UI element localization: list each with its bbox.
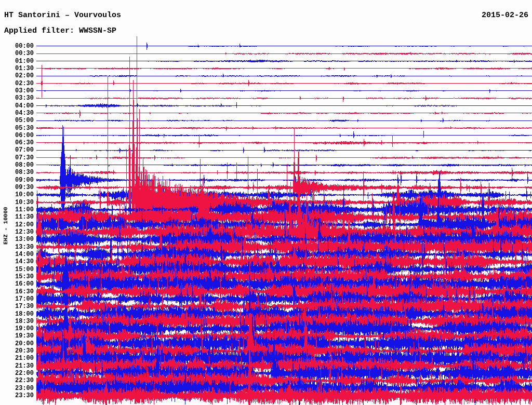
- station-title: HT Santorini – Vourvoulos: [4, 11, 121, 20]
- time-label: 06:30: [3, 140, 34, 146]
- time-label: 11:30: [3, 214, 34, 220]
- time-label: 05:00: [3, 117, 34, 124]
- time-label: 19:00: [3, 326, 34, 332]
- time-label: 03:00: [3, 88, 34, 94]
- time-label: 18:30: [3, 318, 34, 325]
- time-label: 15:30: [3, 274, 34, 280]
- time-label: 08:00: [3, 162, 34, 168]
- time-label: 19:30: [3, 333, 34, 339]
- time-label: 01:00: [3, 58, 34, 64]
- time-label: 20:30: [3, 348, 34, 354]
- time-label: 02:00: [3, 73, 34, 79]
- time-label: 07:00: [3, 147, 34, 153]
- time-label: 14:00: [3, 251, 34, 258]
- time-label: 10:00: [3, 192, 34, 198]
- time-label: 20:00: [3, 341, 34, 347]
- time-label: 04:00: [3, 103, 34, 109]
- time-label: 18:00: [3, 311, 34, 317]
- time-label: 12:30: [3, 229, 34, 235]
- time-label: 00:00: [3, 43, 34, 49]
- helicorder-screen: HT Santorini – Vourvoulos 2015-02-26 App…: [0, 0, 532, 405]
- helicorder-canvas: [0, 0, 532, 405]
- time-label: 15:00: [3, 266, 34, 273]
- time-label: 05:30: [3, 125, 34, 131]
- time-label: 23:00: [3, 385, 34, 392]
- time-label: 09:30: [3, 184, 34, 191]
- time-label: 23:30: [3, 393, 34, 399]
- time-label: 13:00: [3, 236, 34, 242]
- time-label: 12:00: [3, 222, 34, 228]
- time-label: 09:00: [3, 177, 34, 183]
- time-label: 04:30: [3, 110, 34, 116]
- time-label: 10:30: [3, 199, 34, 206]
- time-label: 01:30: [3, 65, 34, 72]
- time-label: 22:30: [3, 377, 34, 384]
- time-label: 02:30: [3, 80, 34, 87]
- time-label: 06:00: [3, 132, 34, 139]
- time-label: 14:30: [3, 259, 34, 265]
- time-label: 13:30: [3, 244, 34, 250]
- time-label: 03:30: [3, 95, 34, 101]
- record-date: 2015-02-26: [482, 11, 528, 20]
- time-label: 21:30: [3, 363, 34, 369]
- time-label: 07:30: [3, 155, 34, 161]
- time-label: 21:00: [3, 355, 34, 361]
- time-label: 17:00: [3, 296, 34, 302]
- time-label: 11:00: [3, 207, 34, 213]
- applied-filter-label: Applied filter: WWSSN-SP: [4, 26, 116, 35]
- time-label: 17:30: [3, 303, 34, 309]
- time-label: 08:30: [3, 169, 34, 176]
- time-label: 00:30: [3, 50, 34, 57]
- time-label: 16:30: [3, 289, 34, 295]
- time-label: 16:00: [3, 281, 34, 287]
- time-label: 22:00: [3, 370, 34, 376]
